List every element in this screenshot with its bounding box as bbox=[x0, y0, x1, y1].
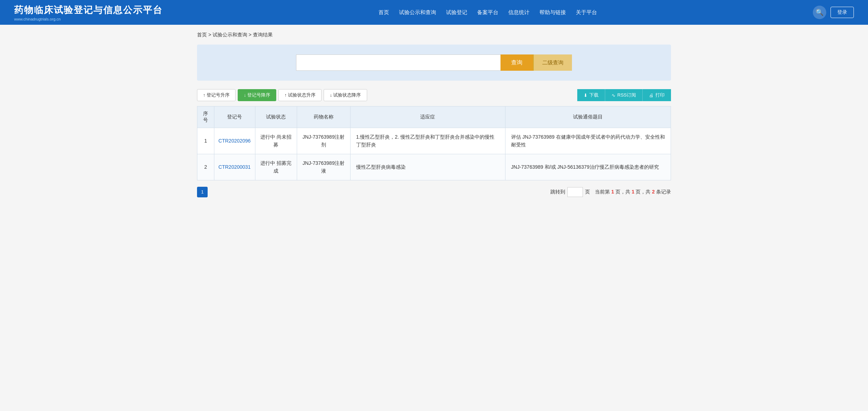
sort-reg-desc-button[interactable]: ↓ 登记号降序 bbox=[238, 89, 276, 101]
cell-reg-no-2[interactable]: CTR20200031 bbox=[214, 154, 255, 180]
page-num-1[interactable]: 1 bbox=[197, 187, 208, 197]
cell-indication-2: 慢性乙型肝炎病毒感染 bbox=[350, 154, 505, 180]
total-pages-num: 1 bbox=[632, 189, 635, 195]
main-content: 首页 > 试验公示和查询 > 查询结果 查询 二级查询 ↑ 登记号升序 ↓ 登记… bbox=[186, 25, 682, 204]
table-row: 2 CTR20200031 进行中 招募完成 JNJ-73763989注射液 慢… bbox=[197, 154, 671, 180]
cell-title-2: JNJ-73763989 和/或 JNJ-56136379治疗慢乙肝病毒感染患者… bbox=[505, 154, 671, 180]
breadcrumb: 首页 > 试验公示和查询 > 查询结果 bbox=[197, 32, 671, 38]
search-button[interactable]: 查询 bbox=[500, 54, 533, 71]
nav-statistics[interactable]: 信息统计 bbox=[508, 9, 530, 16]
table-header-row: 序号 登记号 试验状态 药物名称 适应症 试验通俗题目 bbox=[197, 106, 671, 128]
cell-status-1: 进行中 尚未招募 bbox=[255, 128, 297, 154]
table-row: 1 CTR20202096 进行中 尚未招募 JNJ-73763989注射剂 1… bbox=[197, 128, 671, 154]
header-search-button[interactable]: 🔍 bbox=[813, 6, 826, 19]
nav-trial-register[interactable]: 试验登记 bbox=[446, 9, 467, 16]
download-button[interactable]: ⬇ 下载 bbox=[577, 89, 605, 101]
sort-status-asc-button[interactable]: ↑ 试验状态升序 bbox=[278, 89, 322, 101]
print-icon: 🖨 bbox=[649, 93, 654, 98]
cell-indication-1: 1.慢性乙型肝炎，2. 慢性乙型肝炎和丁型肝炎合并感染中的慢性丁型肝炎 bbox=[350, 128, 505, 154]
cell-index-1: 1 bbox=[197, 128, 214, 154]
site-header: 药物临床试验登记与信息公示平台 www.chinadrugtrials.org.… bbox=[0, 0, 868, 25]
col-indication: 适应症 bbox=[350, 106, 505, 128]
advanced-search-button[interactable]: 二级查询 bbox=[533, 54, 572, 71]
jump-label: 跳转到 bbox=[550, 189, 565, 195]
page-numbers: 1 bbox=[197, 187, 208, 197]
table-header: 序号 登记号 试验状态 药物名称 适应症 试验通俗题目 bbox=[197, 106, 671, 128]
nav-trial-query[interactable]: 试验公示和查询 bbox=[399, 9, 436, 16]
header-actions: 🔍 登录 bbox=[813, 6, 854, 19]
col-drug-name: 药物名称 bbox=[297, 106, 350, 128]
cell-reg-no-1[interactable]: CTR20202096 bbox=[214, 128, 255, 154]
current-page-num: 1 bbox=[611, 189, 614, 195]
nav-help[interactable]: 帮助与链接 bbox=[539, 9, 566, 16]
col-status: 试验状态 bbox=[255, 106, 297, 128]
col-reg-no: 登记号 bbox=[214, 106, 255, 128]
search-bar-container: 查询 二级查询 bbox=[296, 54, 572, 71]
rss-button[interactable]: ∿ RSS订阅 bbox=[605, 89, 642, 101]
nav-filing[interactable]: 备案平台 bbox=[477, 9, 498, 16]
pagination-row: 1 跳转到 页 当前第 1 页，共 1 页，共 2 条记录 bbox=[197, 187, 671, 197]
main-nav: 首页 试验公示和查询 试验登记 备案平台 信息统计 帮助与链接 关于平台 bbox=[163, 9, 813, 16]
search-icon: 🔍 bbox=[816, 8, 823, 16]
logo-subtitle: www.chinadrugtrials.org.cn bbox=[14, 17, 163, 21]
sort-status-desc-button[interactable]: ↓ 试验状态降序 bbox=[324, 89, 367, 101]
sort-reg-asc-button[interactable]: ↑ 登记号升序 bbox=[197, 89, 236, 101]
nav-home[interactable]: 首页 bbox=[378, 9, 389, 16]
login-button[interactable]: 登录 bbox=[831, 7, 854, 18]
search-area: 查询 二级查询 bbox=[197, 45, 671, 81]
col-index: 序号 bbox=[197, 106, 214, 128]
action-buttons: ⬇ 下载 ∿ RSS订阅 🖨 打印 bbox=[577, 89, 671, 101]
page-suffix: 页 bbox=[585, 189, 590, 195]
pagination-info: 跳转到 页 当前第 1 页，共 1 页，共 2 条记录 bbox=[550, 187, 671, 197]
cell-drug-1: JNJ-73763989注射剂 bbox=[297, 128, 350, 154]
search-input[interactable] bbox=[296, 54, 500, 71]
page-jump-input[interactable] bbox=[567, 187, 583, 197]
results-table: 序号 登记号 试验状态 药物名称 适应症 试验通俗题目 1 CTR2020209… bbox=[197, 106, 671, 180]
logo-title: 药物临床试验登记与信息公示平台 bbox=[14, 4, 163, 16]
download-icon: ⬇ bbox=[584, 93, 588, 98]
cell-status-2: 进行中 招募完成 bbox=[255, 154, 297, 180]
print-button[interactable]: 🖨 打印 bbox=[642, 89, 671, 101]
cell-drug-2: JNJ-73763989注射液 bbox=[297, 154, 350, 180]
cell-index-2: 2 bbox=[197, 154, 214, 180]
cell-title-1: 评估 JNJ-73763989 在健康中国成年受试者中的药代动力学、安全性和耐受… bbox=[505, 128, 671, 154]
sort-buttons-left: ↑ 登记号升序 ↓ 登记号降序 ↑ 试验状态升序 ↓ 试验状态降序 bbox=[197, 89, 367, 101]
total-records-num: 2 bbox=[652, 189, 655, 195]
col-title: 试验通俗题目 bbox=[505, 106, 671, 128]
current-page-text: 当前第 1 页，共 1 页，共 2 条记录 bbox=[592, 189, 671, 195]
nav-about[interactable]: 关于平台 bbox=[576, 9, 597, 16]
sort-row: ↑ 登记号升序 ↓ 登记号降序 ↑ 试验状态升序 ↓ 试验状态降序 ⬇ 下载 ∿… bbox=[197, 89, 671, 101]
site-logo: 药物临床试验登记与信息公示平台 www.chinadrugtrials.org.… bbox=[14, 4, 163, 21]
rss-icon: ∿ bbox=[612, 93, 615, 98]
table-body: 1 CTR20202096 进行中 尚未招募 JNJ-73763989注射剂 1… bbox=[197, 128, 671, 180]
